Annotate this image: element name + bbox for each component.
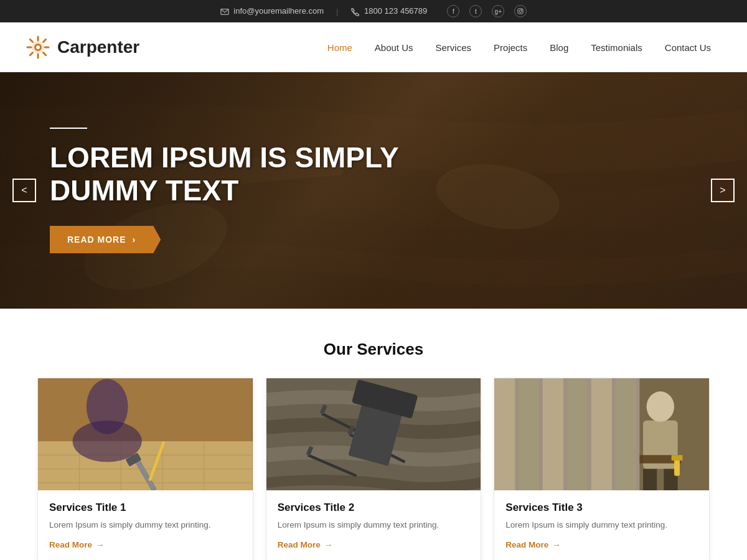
email-text: info@youremailhere.com: [233, 6, 324, 16]
svg-rect-45: [543, 378, 563, 490]
facebook-icon[interactable]: f: [447, 5, 459, 17]
nav-testimonials[interactable]: Testimonials: [580, 22, 654, 72]
top-bar: info@youremailhere.com | 1800 123 456789…: [0, 0, 747, 22]
twitter-icon[interactable]: t: [469, 5, 482, 17]
service-card-1-body: Services Title 1 Lorem Ipsum is simply d…: [38, 490, 253, 560]
svg-point-2: [519, 10, 522, 12]
nav-projects[interactable]: Projects: [482, 22, 538, 72]
svg-rect-56: [672, 455, 683, 460]
svg-point-3: [522, 9, 522, 10]
svg-line-12: [44, 53, 46, 55]
hero-prev-icon: <: [21, 185, 27, 196]
logo-text: Carpenter: [57, 37, 139, 57]
arrow-right-icon: ›: [133, 235, 136, 245]
service-card-3: Services Title 3 Lorem Ipsum is simply d…: [494, 378, 710, 560]
service-card-1-read-more[interactable]: Read More →: [49, 540, 105, 549]
svg-rect-47: [591, 378, 612, 490]
service-card-3-desc: Lorem Ipsum is simply dummy text printin…: [505, 519, 698, 531]
nav-home[interactable]: Home: [316, 22, 364, 72]
service-card-2-read-more[interactable]: Read More →: [278, 540, 333, 549]
svg-rect-55: [674, 459, 680, 476]
svg-line-11: [30, 39, 32, 42]
arrow-icon: →: [96, 540, 105, 549]
service-card-2-title: Services Title 2: [278, 502, 470, 514]
hero-cta-button[interactable]: READ MORE ›: [50, 226, 161, 253]
logo-icon: [25, 34, 51, 60]
service-card-1-image: [38, 378, 253, 490]
nav-blog[interactable]: Blog: [538, 22, 580, 72]
service-card-1-desc: Lorem Ipsum is simply dummy text printin…: [49, 519, 242, 531]
service-card-3-body: Services Title 3 Lorem Ipsum is simply d…: [494, 490, 709, 560]
service-card-3-image: [494, 378, 709, 490]
svg-line-14: [30, 53, 32, 55]
hero-next-icon: >: [720, 185, 725, 196]
svg-line-13: [44, 39, 46, 42]
service-card-2-image: [266, 378, 481, 490]
svg-point-29: [73, 421, 142, 462]
arrow-icon: →: [552, 540, 561, 549]
logo[interactable]: Carpenter: [25, 34, 139, 60]
header: Carpenter Home About Us Services Project…: [0, 22, 747, 72]
svg-point-50: [647, 391, 674, 422]
hero-cta-label: READ MORE: [67, 235, 126, 245]
arrow-icon: →: [324, 540, 333, 549]
service-card-3-title: Services Title 3: [505, 502, 698, 514]
nav-services[interactable]: Services: [425, 22, 483, 72]
services-grid: Services Title 1 Lorem Ipsum is simply d…: [37, 378, 710, 560]
svg-rect-1: [518, 9, 523, 14]
hero-content: LOREM IPSUM IS SIMPLYDUMMY TEXT READ MOR…: [0, 128, 399, 253]
svg-point-6: [36, 45, 40, 49]
social-links: f t g+: [447, 5, 527, 17]
email-info: info@youremailhere.com: [220, 6, 324, 16]
service-card-1-title: Services Title 1: [49, 502, 242, 514]
hero-divider: [50, 128, 87, 129]
phone-text: 1800 123 456789: [364, 6, 427, 16]
svg-rect-52: [643, 469, 657, 490]
svg-rect-46: [567, 378, 588, 490]
services-section: Our Services: [0, 309, 747, 560]
svg-rect-48: [616, 378, 636, 490]
service-card-2-desc: Lorem Ipsum is simply dummy text printin…: [278, 519, 470, 531]
hero-title: LOREM IPSUM IS SIMPLYDUMMY TEXT: [50, 141, 399, 207]
hero-prev-button[interactable]: <: [12, 179, 36, 202]
phone-info: 1800 123 456789: [350, 6, 427, 16]
instagram-icon[interactable]: [514, 5, 527, 17]
service-card-3-read-more[interactable]: Read More →: [505, 540, 561, 549]
svg-rect-44: [519, 378, 539, 490]
hero-banner: LOREM IPSUM IS SIMPLYDUMMY TEXT READ MOR…: [0, 72, 747, 309]
svg-rect-43: [494, 378, 515, 490]
nav-contact[interactable]: Contact Us: [654, 22, 722, 72]
hero-next-button[interactable]: >: [711, 179, 735, 202]
main-nav: Home About Us Services Projects Blog Tes…: [298, 22, 722, 72]
googleplus-icon[interactable]: g+: [492, 5, 504, 17]
service-card-1: Services Title 1 Lorem Ipsum is simply d…: [37, 378, 253, 560]
service-card-2-body: Services Title 2 Lorem Ipsum is simply d…: [266, 490, 481, 560]
services-heading: Our Services: [37, 340, 710, 359]
nav-about[interactable]: About Us: [364, 22, 425, 72]
contact-info: info@youremailhere.com | 1800 123 456789: [220, 6, 428, 16]
service-card-2: Services Title 2 Lorem Ipsum is simply d…: [266, 378, 482, 560]
